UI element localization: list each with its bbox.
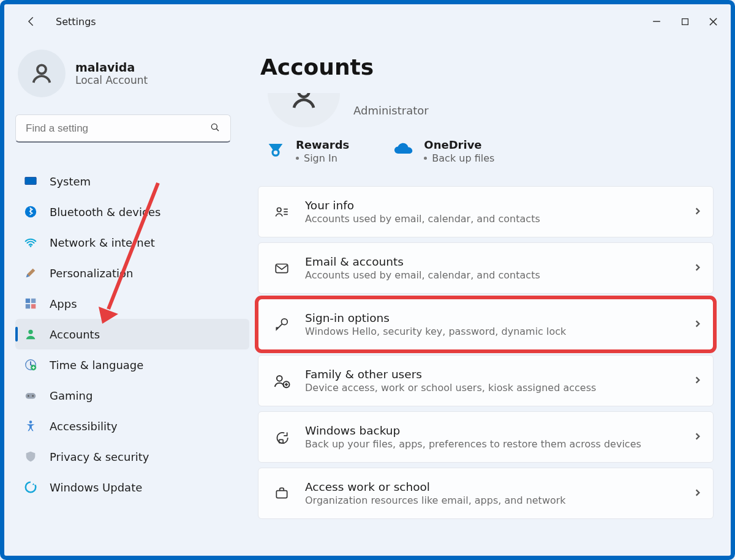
setting-your-info[interactable]: Your info Accounts used by email, calend… bbox=[258, 186, 714, 237]
svg-rect-11 bbox=[26, 299, 30, 303]
sidebar-item-time-language[interactable]: Time & language bbox=[15, 349, 249, 380]
setting-sign-in-options[interactable]: Sign-in options Windows Hello, security … bbox=[258, 299, 714, 350]
your-info-icon bbox=[272, 204, 292, 220]
setting-title: Your info bbox=[305, 199, 680, 212]
sidebar-item-bluetooth[interactable]: Bluetooth & devices bbox=[15, 196, 249, 227]
sidebar-item-privacy[interactable]: Privacy & security bbox=[15, 441, 249, 472]
setting-family-users[interactable]: Family & other users Device access, work… bbox=[258, 355, 714, 406]
setting-windows-backup[interactable]: Windows backup Back up your files, apps,… bbox=[258, 411, 714, 463]
accessibility-icon bbox=[24, 419, 37, 433]
sidebar-item-personalization[interactable]: Personalization bbox=[15, 258, 249, 288]
page-title: Accounts bbox=[260, 54, 714, 80]
sidebar-item-gaming[interactable]: Gaming bbox=[15, 380, 249, 411]
svg-point-25 bbox=[277, 208, 281, 212]
setting-sub: Device access, work or school users, kio… bbox=[305, 382, 680, 394]
sidebar-item-label: Accessibility bbox=[50, 420, 118, 433]
chevron-right-icon bbox=[693, 488, 702, 499]
setting-title: Email & accounts bbox=[305, 255, 680, 268]
sidebar-item-label: Time & language bbox=[50, 359, 143, 371]
sidebar-item-accounts[interactable]: Accounts bbox=[15, 319, 249, 349]
backup-icon bbox=[272, 429, 292, 445]
user-name: malavida bbox=[75, 61, 148, 74]
sidebar-item-accessibility[interactable]: Accessibility bbox=[15, 411, 249, 441]
svg-point-21 bbox=[29, 420, 32, 424]
sidebar-item-label: Gaming bbox=[50, 389, 92, 402]
sidebar-item-windows-update[interactable]: Windows Update bbox=[15, 472, 249, 502]
onedrive-card[interactable]: OneDrive Back up files bbox=[392, 138, 494, 164]
rewards-card[interactable]: Rewards Sign In bbox=[264, 138, 349, 164]
back-button[interactable] bbox=[20, 10, 43, 33]
sidebar-item-system[interactable]: System bbox=[15, 166, 249, 196]
key-icon bbox=[272, 316, 292, 332]
user-card[interactable]: malavida Local Account bbox=[15, 50, 254, 97]
svg-rect-1 bbox=[682, 18, 688, 24]
onedrive-title: OneDrive bbox=[424, 138, 494, 151]
wifi-icon bbox=[24, 236, 37, 249]
update-icon bbox=[24, 480, 37, 494]
minimize-button[interactable] bbox=[643, 7, 671, 35]
setting-title: Sign-in options bbox=[305, 312, 680, 324]
svg-point-19 bbox=[28, 395, 29, 397]
svg-point-20 bbox=[32, 395, 34, 397]
privacy-icon bbox=[24, 450, 37, 463]
chevron-right-icon bbox=[693, 431, 702, 443]
setting-sub: Windows Hello, security key, password, d… bbox=[305, 326, 680, 337]
chevron-right-icon bbox=[693, 263, 702, 274]
svg-rect-14 bbox=[31, 304, 36, 308]
bluetooth-icon bbox=[24, 205, 37, 218]
profile-avatar bbox=[268, 93, 340, 127]
search-icon bbox=[209, 122, 221, 135]
main-content: Accounts Administrator Rewards Sign In bbox=[254, 39, 731, 556]
titlebar: Settings bbox=[4, 4, 731, 39]
svg-rect-12 bbox=[31, 299, 36, 303]
profile-row: Administrator bbox=[268, 93, 714, 127]
nav: System Bluetooth & devices Network & int… bbox=[15, 166, 254, 502]
setting-title: Windows backup bbox=[305, 424, 680, 437]
svg-point-22 bbox=[26, 482, 36, 493]
avatar bbox=[18, 50, 66, 97]
apps-icon bbox=[24, 297, 37, 310]
gaming-icon bbox=[24, 389, 37, 402]
search-input[interactable] bbox=[15, 114, 231, 143]
setting-sub: Organization resources like email, apps,… bbox=[305, 495, 680, 506]
profile-role: Administrator bbox=[353, 104, 429, 117]
user-subtitle: Local Account bbox=[75, 74, 148, 86]
sidebar-item-label: Accounts bbox=[50, 328, 100, 341]
sidebar-item-label: Privacy & security bbox=[50, 450, 149, 463]
setting-email-accounts[interactable]: Email & accounts Accounts used by email,… bbox=[258, 242, 714, 294]
svg-line-6 bbox=[216, 129, 219, 131]
family-icon bbox=[272, 371, 292, 390]
svg-point-4 bbox=[37, 65, 46, 73]
email-icon bbox=[272, 260, 292, 276]
svg-rect-13 bbox=[26, 304, 30, 308]
setting-sub: Accounts used by email, calendar, and co… bbox=[305, 213, 680, 225]
setting-work-school[interactable]: Access work or school Organization resou… bbox=[258, 468, 714, 519]
chevron-right-icon bbox=[693, 206, 702, 218]
rewards-sub: Sign In bbox=[304, 152, 337, 164]
system-icon bbox=[24, 174, 37, 188]
svg-point-5 bbox=[211, 124, 217, 129]
sidebar-item-network[interactable]: Network & internet bbox=[15, 227, 249, 258]
personalization-icon bbox=[24, 266, 37, 280]
search-field[interactable] bbox=[26, 122, 209, 135]
time-icon bbox=[24, 358, 37, 371]
accounts-icon bbox=[24, 327, 37, 341]
rewards-icon bbox=[264, 138, 287, 162]
rewards-title: Rewards bbox=[296, 138, 349, 151]
setting-sub: Back up your files, apps, preferences to… bbox=[305, 438, 680, 450]
sidebar-item-label: Apps bbox=[50, 297, 77, 310]
sidebar-item-label: System bbox=[50, 175, 91, 188]
svg-rect-36 bbox=[276, 491, 287, 498]
setting-title: Access work or school bbox=[305, 480, 680, 493]
svg-point-24 bbox=[273, 149, 279, 155]
chevron-right-icon bbox=[693, 319, 702, 330]
svg-rect-18 bbox=[26, 393, 36, 398]
maximize-button[interactable] bbox=[671, 7, 699, 35]
setting-sub: Accounts used by email, calendar, and co… bbox=[305, 269, 680, 281]
onedrive-icon bbox=[392, 138, 415, 162]
close-button[interactable] bbox=[699, 7, 727, 35]
sidebar-item-label: Personalization bbox=[50, 267, 133, 280]
chevron-right-icon bbox=[693, 375, 702, 387]
sidebar-item-apps[interactable]: Apps bbox=[15, 288, 249, 319]
svg-point-23 bbox=[299, 93, 309, 97]
